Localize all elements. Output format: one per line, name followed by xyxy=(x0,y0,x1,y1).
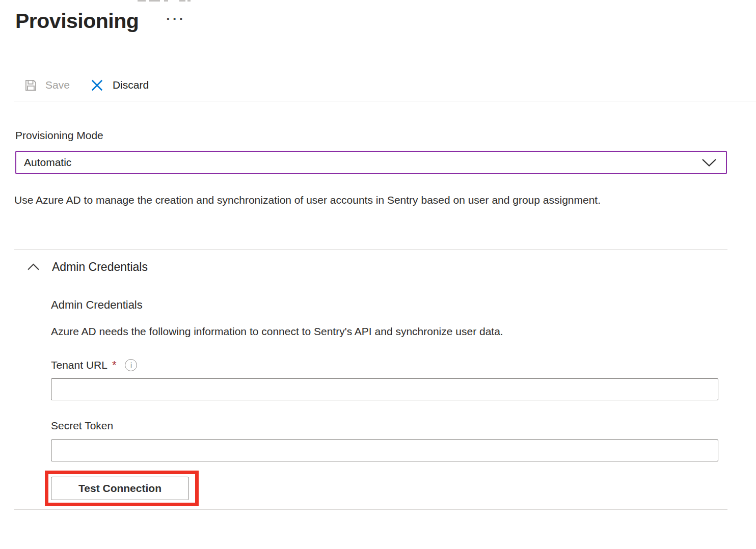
x-icon xyxy=(89,77,105,93)
discard-button[interactable]: Discard xyxy=(89,77,149,93)
admin-credentials-heading: Admin Credentials xyxy=(51,298,756,312)
admin-credentials-section-body: Admin Credentials Azure AD needs the fol… xyxy=(51,298,756,506)
cropped-breadcrumb-remnant xyxy=(179,0,185,2)
tenant-url-input[interactable] xyxy=(51,378,718,400)
chevron-down-icon xyxy=(701,158,717,167)
required-asterisk: * xyxy=(112,359,117,372)
secret-token-label: Secret Token xyxy=(51,420,756,433)
provisioning-mode-dropdown[interactable]: Automatic xyxy=(15,151,727,174)
info-icon[interactable]: i xyxy=(125,359,137,371)
bottom-divider xyxy=(14,509,727,510)
red-annotation-highlight: Test Connection xyxy=(45,471,199,506)
cropped-breadcrumb-remnant xyxy=(187,0,191,2)
provisioning-mode-label: Provisioning Mode xyxy=(15,129,756,142)
more-options-button[interactable]: ··· xyxy=(164,10,187,28)
cropped-breadcrumb-remnant xyxy=(164,0,168,2)
info-icon-glyph: i xyxy=(130,362,132,369)
floppy-disk-icon xyxy=(24,78,38,92)
tenant-url-label: Tenant URL xyxy=(51,359,107,371)
page-header: Provisioning ··· xyxy=(15,9,756,33)
discard-button-label: Discard xyxy=(113,79,149,91)
tenant-url-label-row: Tenant URL * i xyxy=(51,359,756,372)
save-button-label: Save xyxy=(45,79,70,91)
secret-token-input[interactable] xyxy=(51,440,718,461)
page-title: Provisioning xyxy=(15,9,139,33)
command-bar: Save Discard xyxy=(24,76,756,94)
toolbar-divider xyxy=(14,101,756,101)
section-divider xyxy=(14,249,727,250)
cropped-breadcrumb-remnant xyxy=(138,0,146,2)
provisioning-mode-description: Use Azure AD to manage the creation and … xyxy=(14,189,610,211)
chevron-up-icon xyxy=(27,263,40,271)
admin-credentials-description: Azure AD needs the following information… xyxy=(51,325,756,338)
test-connection-button[interactable]: Test Connection xyxy=(51,477,189,500)
save-button[interactable]: Save xyxy=(24,78,70,92)
cropped-breadcrumb-remnant xyxy=(149,0,160,2)
admin-credentials-section-title: Admin Credentials xyxy=(52,260,148,274)
provisioning-mode-selected-value: Automatic xyxy=(24,156,71,169)
admin-credentials-section-toggle[interactable]: Admin Credentials xyxy=(27,260,756,274)
